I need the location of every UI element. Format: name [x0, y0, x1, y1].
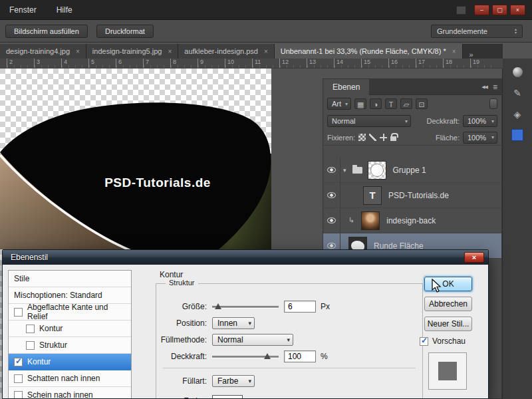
workspace-spinner-icon: ▴▾ — [515, 28, 517, 35]
menu-fenster[interactable]: Fenster — [9, 5, 37, 15]
list-item-inner-shadow[interactable]: Schatten nach innen — [9, 370, 131, 387]
cancel-button[interactable]: Abbrechen — [424, 297, 472, 311]
collapse-panel-icon[interactable]: ◀◀ — [481, 82, 487, 92]
checkbox[interactable] — [26, 341, 35, 350]
blend-mode-value: Normal — [332, 117, 355, 125]
layer-style-dialog: Ebenenstil × Stile Mischoptionen: Standa… — [2, 249, 489, 399]
list-item-struktur-sub[interactable]: Struktur — [9, 337, 131, 354]
tab-design-training4[interactable]: design-training4.jpg × — [0, 44, 86, 59]
tab-close-icon[interactable]: × — [452, 48, 456, 55]
tab-ebenen[interactable]: Ebenen — [323, 79, 369, 95]
layer-row-indesign-back[interactable]: ↳ indesign-back — [323, 208, 501, 233]
blend-mode-dropdown[interactable]: Normal ▾ — [327, 115, 411, 127]
checkbox[interactable] — [14, 308, 23, 317]
image-layer-thumbnail[interactable] — [361, 211, 380, 230]
tab-close-icon[interactable]: × — [76, 48, 80, 55]
list-item-blending-options[interactable]: Mischoptionen: Standard — [9, 287, 131, 304]
ruler-mark: 18 — [443, 59, 470, 68]
print-size-button[interactable]: Druckformat — [96, 25, 154, 38]
text-layer-thumbnail[interactable]: T — [363, 186, 382, 205]
filter-kind-label: Art — [332, 100, 341, 108]
opacity-dropdown[interactable]: 100% ▾ — [463, 115, 497, 127]
checkbox[interactable] — [14, 374, 23, 383]
position-dropdown[interactable]: Innen ▾ — [212, 317, 255, 329]
layer-thumbnail[interactable] — [368, 161, 386, 180]
filter-kind-dropdown[interactable]: Art ▾ — [327, 98, 351, 110]
opacity-input[interactable] — [284, 350, 316, 362]
color-swatch[interactable] — [212, 395, 243, 399]
tab-close-icon[interactable]: × — [168, 48, 172, 55]
filter-toggle-icon[interactable] — [489, 98, 497, 109]
lock-all-icon[interactable] — [390, 136, 396, 141]
lock-position-icon[interactable] — [380, 134, 387, 141]
tab-aufkleber-indesign[interactable]: aufkleber-indesign.psd × — [178, 44, 275, 59]
visibility-toggle[interactable] — [323, 208, 340, 233]
divider — [163, 368, 416, 368]
size-slider[interactable] — [212, 302, 279, 311]
list-item-label: Kontur — [39, 324, 63, 333]
ruler-mark: 16 — [388, 59, 416, 68]
restore-button[interactable]: ▢ — [492, 5, 507, 15]
list-item-kontur-selected[interactable]: ✓ Kontur — [9, 354, 131, 370]
pen-panel-icon[interactable]: ✎ — [511, 86, 524, 100]
close-window-button[interactable]: × — [510, 5, 525, 15]
checkbox[interactable] — [26, 325, 35, 333]
dialog-title-bar[interactable]: Ebenenstil — [3, 250, 488, 265]
dialog-close-button[interactable]: × — [464, 252, 484, 263]
layer-row-gruppe1[interactable]: ▾ Gruppe 1 — [323, 158, 501, 183]
fill-type-dropdown[interactable]: Farbe ▾ — [212, 375, 255, 387]
lock-pixels-icon[interactable] — [369, 134, 376, 141]
size-input[interactable] — [284, 301, 316, 313]
ruler-mark: 13 — [307, 59, 334, 68]
fill-screen-button[interactable]: Bildschirm ausfüllen — [5, 25, 88, 38]
minimize-button[interactable]: – — [474, 5, 489, 15]
filter-pixel-icon[interactable]: ▦ — [354, 98, 366, 109]
visibility-toggle[interactable] — [323, 158, 340, 182]
layers-list: ▾ Gruppe 1 T PSD-Tutorials.de ↳ indesign… — [323, 158, 501, 259]
fill-dropdown[interactable]: 100% ▾ — [463, 132, 497, 144]
3d-panel-icon[interactable] — [511, 65, 524, 78]
new-style-button[interactable]: Neuer Stil... — [424, 317, 472, 331]
fill-label: Fläche: — [436, 134, 460, 142]
color-swatch-icon[interactable] — [511, 129, 523, 141]
checkbox-checked[interactable]: ✓ — [14, 358, 23, 366]
lock-label: Fixieren: — [327, 134, 355, 142]
list-item-stile[interactable]: Stile — [9, 271, 131, 287]
chevron-down-icon: ▾ — [248, 378, 251, 384]
tab-close-icon[interactable]: × — [264, 48, 268, 55]
menu-hilfe[interactable]: Hilfe — [57, 5, 72, 15]
preview-checkbox-row[interactable]: ✓ Vorschau — [420, 336, 466, 346]
tab-indesign-training5[interactable]: indesign-training5.jpg × — [86, 44, 178, 59]
list-item-label: Mischoptionen: Standard — [14, 291, 102, 300]
dialog-body: Stile Mischoptionen: Standard Abgeflacht… — [3, 265, 488, 398]
lock-transparency-icon[interactable] — [358, 134, 366, 141]
workspace-switcher[interactable]: Grundelemente ▴▾ — [431, 25, 523, 38]
fill-type-label: Füllart: — [156, 376, 207, 386]
ruler-mark: 11 — [252, 59, 279, 68]
blend-method-label: Füllmethode: — [156, 335, 207, 344]
ruler-mark: 4 — [61, 59, 88, 68]
filter-adjustment-icon[interactable]: ◑ — [370, 98, 382, 109]
panel-menu-icon[interactable]: ≡ — [493, 82, 497, 92]
expand-group-icon[interactable]: ▾ — [343, 167, 346, 174]
position-label: Position: — [156, 319, 207, 328]
preview-checkbox-checked[interactable]: ✓ — [420, 337, 428, 346]
filter-smart-object-icon[interactable]: ⊡ — [416, 98, 428, 109]
layer-row-psd-tutorials[interactable]: T PSD-Tutorials.de — [323, 183, 501, 208]
list-item-bevel-emboss[interactable]: Abgeflachte Kante und Relief — [9, 304, 131, 321]
filter-shape-icon[interactable]: ▱ — [400, 98, 412, 109]
checkbox[interactable] — [14, 391, 23, 399]
opacity-slider[interactable] — [212, 352, 279, 361]
shapes-panel-icon[interactable]: ◈ — [511, 108, 524, 121]
list-item-inner-glow[interactable]: Schein nach innen — [9, 387, 131, 399]
panel-header-icons: ◀◀ ≡ — [481, 82, 497, 92]
filter-type-icon[interactable]: T — [385, 98, 397, 109]
preview-label: Vorschau — [432, 336, 466, 346]
blend-method-dropdown[interactable]: Normal ▾ — [212, 334, 293, 346]
group-legend: Struktur — [166, 279, 198, 287]
tab-overflow-icon[interactable]: » — [467, 51, 476, 59]
ruler-mark: 19 — [470, 59, 497, 68]
tab-unbenannt-1-active[interactable]: Unbenannt-1 bei 33,3% (Runde Fläche, CMY… — [275, 44, 463, 59]
list-item-kontur-sub[interactable]: Kontur — [9, 321, 131, 337]
visibility-toggle[interactable] — [323, 183, 340, 207]
